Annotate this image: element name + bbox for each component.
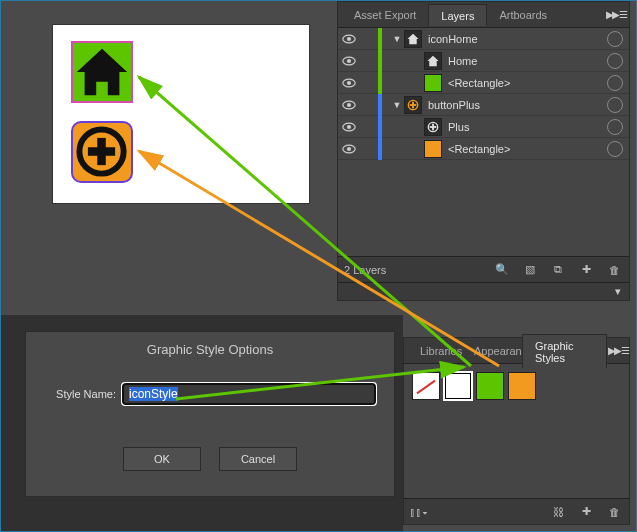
- locate-object-icon[interactable]: 🔍: [493, 261, 511, 279]
- layer-row[interactable]: ▼ iconHome: [338, 28, 629, 50]
- delete-layer-icon[interactable]: 🗑: [605, 261, 623, 279]
- gs-tabbar: Libraries Appearance Graphic Styles ▶▶ ☰: [404, 338, 629, 364]
- svg-point-6: [347, 58, 351, 62]
- layer-name[interactable]: Home: [448, 55, 603, 67]
- ok-button[interactable]: OK: [123, 447, 201, 471]
- svg-point-8: [347, 80, 351, 84]
- tab-graphic-styles[interactable]: Graphic Styles: [522, 334, 607, 368]
- visibility-toggle[interactable]: [338, 142, 360, 156]
- visibility-toggle[interactable]: [338, 76, 360, 90]
- tab-artboards[interactable]: Artboards: [487, 4, 559, 25]
- target-icon[interactable]: [607, 75, 623, 91]
- tab-layers[interactable]: Layers: [428, 4, 487, 26]
- layer-row[interactable]: ▼ buttonPlus: [338, 94, 629, 116]
- target-icon[interactable]: [607, 31, 623, 47]
- layer-thumb: [424, 52, 442, 70]
- svg-point-4: [347, 36, 351, 40]
- styles-library-menu-icon[interactable]: ⫿⫿▾: [410, 503, 428, 521]
- svg-rect-18: [430, 126, 437, 128]
- layer-name[interactable]: Plus: [448, 121, 603, 133]
- layer-rows: ▼ iconHome Home <Rectangle>: [338, 28, 629, 256]
- target-icon[interactable]: [607, 53, 623, 69]
- artboard-canvas: [53, 25, 309, 203]
- panel-menu-icon[interactable]: ▶▶ ☰: [603, 9, 629, 20]
- layer-row[interactable]: Plus: [338, 116, 629, 138]
- create-sublayer-icon[interactable]: ⧉: [549, 261, 567, 279]
- graphic-styles-panel: Libraries Appearance Graphic Styles ▶▶ ☰…: [403, 337, 630, 525]
- tab-libraries[interactable]: Libraries: [408, 340, 462, 361]
- layer-count: 2 Layers: [344, 264, 483, 276]
- gs-footer: ⫿⫿▾ ⛓ ✚ 🗑: [404, 498, 629, 524]
- svg-point-20: [347, 146, 351, 150]
- svg-rect-13: [410, 104, 417, 106]
- layer-name[interactable]: buttonPlus: [428, 99, 603, 111]
- canvas-object-iconhome[interactable]: [71, 41, 133, 103]
- new-layer-icon[interactable]: ✚: [577, 261, 595, 279]
- new-style-icon[interactable]: ✚: [577, 503, 595, 521]
- target-icon[interactable]: [607, 97, 623, 113]
- style-name-label: Style Name:: [44, 388, 122, 400]
- layer-row[interactable]: <Rectangle>: [338, 72, 629, 94]
- make-clipping-mask-icon[interactable]: ▧: [521, 261, 539, 279]
- svg-point-15: [347, 124, 351, 128]
- layers-panel: Asset Export Layers Artboards ▶▶ ☰ ▼ ico…: [337, 1, 630, 301]
- swatch-row: [404, 364, 629, 408]
- layers-footer: 2 Layers 🔍 ▧ ⧉ ✚ 🗑: [338, 256, 629, 282]
- layer-name[interactable]: iconHome: [428, 33, 603, 45]
- visibility-toggle[interactable]: [338, 32, 360, 46]
- style-swatch-default[interactable]: [444, 372, 472, 400]
- style-swatch-green[interactable]: [476, 372, 504, 400]
- layer-thumb: [424, 140, 442, 158]
- cancel-button[interactable]: Cancel: [219, 447, 297, 471]
- tab-asset-export[interactable]: Asset Export: [342, 4, 428, 25]
- layer-thumb: [424, 74, 442, 92]
- visibility-toggle[interactable]: [338, 98, 360, 112]
- layer-row[interactable]: Home: [338, 50, 629, 72]
- layer-thumb: [404, 96, 422, 114]
- layer-thumb: [404, 30, 422, 48]
- layer-row[interactable]: <Rectangle>: [338, 138, 629, 160]
- graphic-style-options-dialog: Graphic Style Options Style Name: OK Can…: [25, 331, 395, 497]
- target-icon[interactable]: [607, 141, 623, 157]
- svg-point-10: [347, 102, 351, 106]
- svg-rect-2: [88, 148, 115, 157]
- canvas-object-buttonplus[interactable]: [71, 121, 133, 183]
- visibility-toggle[interactable]: [338, 120, 360, 134]
- visibility-toggle[interactable]: [338, 54, 360, 68]
- expand-toggle[interactable]: ▼: [390, 34, 404, 44]
- break-link-icon[interactable]: ⛓: [549, 503, 567, 521]
- style-swatch-none[interactable]: [412, 372, 440, 400]
- panel-collapse-icon[interactable]: ▾: [338, 282, 629, 300]
- style-swatch-orange[interactable]: [508, 372, 536, 400]
- style-name-input[interactable]: [122, 383, 376, 405]
- layers-tabbar: Asset Export Layers Artboards ▶▶ ☰: [338, 2, 629, 28]
- delete-style-icon[interactable]: 🗑: [605, 503, 623, 521]
- dialog-title: Graphic Style Options: [26, 338, 394, 371]
- expand-toggle[interactable]: ▼: [390, 100, 404, 110]
- layer-name[interactable]: <Rectangle>: [448, 143, 603, 155]
- panel-menu-icon[interactable]: ▶▶ ☰: [607, 345, 629, 356]
- target-icon[interactable]: [607, 119, 623, 135]
- tab-appearance[interactable]: Appearance: [462, 340, 522, 361]
- layer-name[interactable]: <Rectangle>: [448, 77, 603, 89]
- layer-thumb: [424, 118, 442, 136]
